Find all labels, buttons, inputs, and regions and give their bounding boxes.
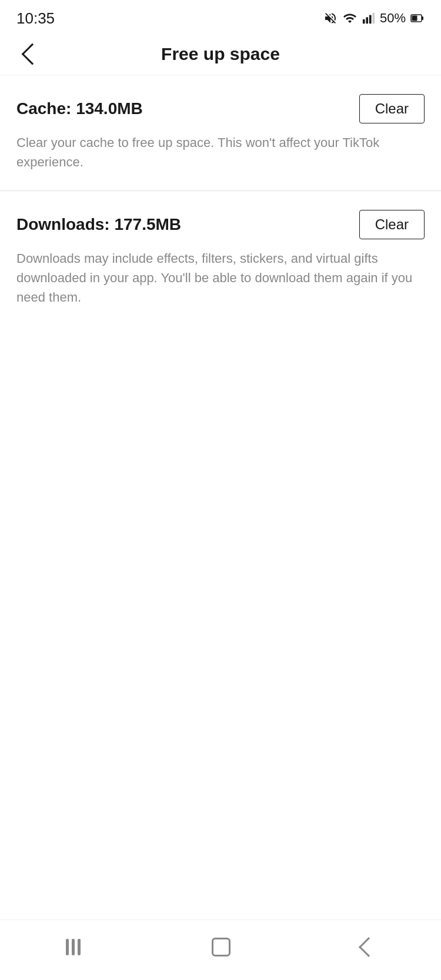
signal-icon bbox=[362, 11, 375, 25]
svg-rect-0 bbox=[363, 19, 365, 24]
cache-description: Clear your cache to free up space. This … bbox=[16, 133, 425, 172]
downloads-description: Downloads may include effects, filters, … bbox=[16, 249, 425, 307]
downloads-title: Downloads: 177.5MB bbox=[16, 215, 181, 234]
svg-rect-1 bbox=[366, 17, 368, 24]
downloads-section: Downloads: 177.5MB Clear Downloads may i… bbox=[0, 191, 441, 326]
status-icons: 50% bbox=[323, 11, 425, 26]
svg-rect-6 bbox=[422, 16, 423, 20]
recent-apps-button[interactable] bbox=[54, 933, 92, 961]
cache-section-header: Cache: 134.0MB Clear bbox=[16, 94, 425, 123]
bottom-nav bbox=[0, 919, 441, 980]
recent-apps-icon bbox=[66, 939, 81, 955]
cache-section: Cache: 134.0MB Clear Clear your cache to… bbox=[0, 75, 441, 190]
wifi-icon bbox=[342, 11, 358, 25]
home-button[interactable] bbox=[200, 932, 242, 962]
cache-clear-button[interactable]: Clear bbox=[359, 94, 425, 123]
svg-rect-2 bbox=[369, 15, 372, 24]
battery-percent: 50% bbox=[380, 11, 406, 26]
svg-rect-5 bbox=[412, 16, 417, 21]
nav-back-icon bbox=[359, 937, 379, 957]
nav-back-button[interactable] bbox=[350, 934, 387, 960]
home-icon bbox=[212, 938, 230, 956]
back-arrow-icon bbox=[22, 43, 44, 65]
back-button[interactable] bbox=[16, 42, 45, 66]
svg-rect-3 bbox=[372, 13, 375, 24]
page-header: Free up space bbox=[0, 33, 441, 75]
downloads-clear-button[interactable]: Clear bbox=[359, 210, 425, 239]
content-area: Cache: 134.0MB Clear Clear your cache to… bbox=[0, 75, 441, 919]
downloads-section-header: Downloads: 177.5MB Clear bbox=[16, 210, 425, 239]
cache-title: Cache: 134.0MB bbox=[16, 99, 143, 118]
status-time: 10:35 bbox=[16, 9, 55, 28]
mute-icon bbox=[323, 11, 338, 25]
page-title: Free up space bbox=[16, 44, 425, 64]
battery-icon bbox=[410, 11, 425, 25]
status-bar: 10:35 50% bbox=[0, 0, 441, 33]
